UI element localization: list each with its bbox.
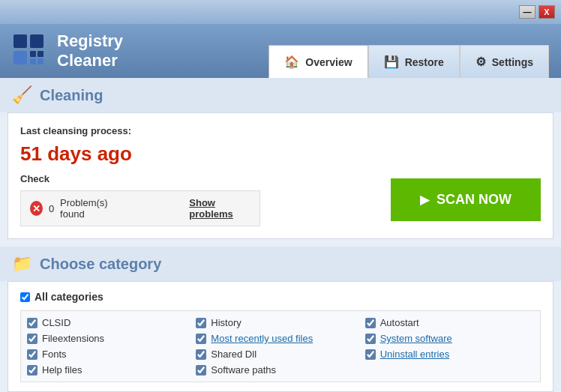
list-item: Autostart xyxy=(365,317,534,328)
restore-icon: 💾 xyxy=(384,55,399,69)
item-label-help-files: Help files xyxy=(42,364,82,376)
item-label-autostart: Autostart xyxy=(380,317,419,328)
checkbox-shared-dll[interactable] xyxy=(196,349,206,360)
cleaning-section-title: Cleaning xyxy=(40,87,103,104)
scan-button-label: SCAN NOW xyxy=(436,192,512,208)
checkbox-autostart[interactable] xyxy=(365,318,376,328)
svg-rect-3 xyxy=(30,51,36,57)
close-button[interactable]: X xyxy=(538,5,555,19)
checkbox-fonts[interactable] xyxy=(27,349,38,360)
all-categories-label: All categories xyxy=(34,291,104,303)
list-item: Fileextensions xyxy=(27,333,196,344)
item-label-history: History xyxy=(211,317,241,328)
logo-text: Registry Cleaner xyxy=(57,31,123,71)
overview-icon: 🏠 xyxy=(284,55,299,69)
show-problems-link[interactable]: Show problems xyxy=(189,197,250,220)
problems-count: 0 xyxy=(49,203,54,214)
problems-label: Problem(s) found xyxy=(60,197,123,220)
checkbox-mru-files[interactable] xyxy=(196,334,206,344)
list-item: Help files xyxy=(27,364,196,376)
problems-row: ✕ 0 Problem(s) found Show problems xyxy=(20,190,260,226)
logo-line1: Registry xyxy=(57,31,123,51)
tab-settings-label: Settings xyxy=(492,56,533,68)
category-section-title: Choose category xyxy=(40,256,161,273)
tab-restore-label: Restore xyxy=(405,56,444,68)
svg-rect-5 xyxy=(30,58,36,64)
all-categories-row: All categories xyxy=(20,291,541,303)
logo-area: Registry Cleaner xyxy=(12,31,268,71)
minimize-button[interactable]: — xyxy=(519,5,536,19)
logo-icon xyxy=(12,33,48,69)
checkbox-fileextensions[interactable] xyxy=(27,334,38,344)
window-controls: — X xyxy=(519,5,555,19)
category-section-icon: 📁 xyxy=(12,254,32,274)
all-categories-checkbox[interactable] xyxy=(20,292,30,302)
scan-now-button[interactable]: ▶ SCAN NOW xyxy=(391,178,541,221)
item-label-clsid: CLSID xyxy=(42,317,70,328)
logo-line2: Cleaner xyxy=(57,51,123,70)
checkbox-system-software[interactable] xyxy=(365,334,376,344)
svg-rect-4 xyxy=(38,51,44,57)
error-icon: ✕ xyxy=(30,201,43,216)
checkbox-clsid[interactable] xyxy=(27,318,38,328)
item-label-fonts: Fonts xyxy=(42,349,67,360)
checkbox-help-files[interactable] xyxy=(27,365,38,376)
categories-box: All categories CLSID History Autostart F… xyxy=(8,281,554,392)
checkbox-software-paths[interactable] xyxy=(196,365,206,376)
svg-rect-6 xyxy=(38,58,44,64)
check-label: Check xyxy=(20,173,391,184)
list-item: History xyxy=(196,317,364,328)
cleaning-row: Check ✕ 0 Problem(s) found Show problems… xyxy=(20,173,541,226)
settings-icon: ⚙ xyxy=(476,55,486,69)
checkbox-history[interactable] xyxy=(196,318,206,328)
item-label-system-software: System software xyxy=(380,333,452,344)
tab-settings[interactable]: ⚙ Settings xyxy=(460,45,549,78)
tab-overview[interactable]: 🏠 Overview xyxy=(268,45,368,78)
item-label-mru-files: Most recently used files xyxy=(211,333,313,344)
check-area: Check ✕ 0 Problem(s) found Show problems xyxy=(20,173,391,226)
list-item: Fonts xyxy=(27,349,196,360)
list-item: System software xyxy=(365,333,534,344)
nav-tabs: 🏠 Overview 💾 Restore ⚙ Settings xyxy=(268,24,549,78)
cleaning-content: Last cleansing process: 51 days ago Chec… xyxy=(8,112,554,239)
last-process-label: Last cleansing process: xyxy=(20,125,541,136)
cleaning-section-header: 🧹 Cleaning xyxy=(0,78,561,112)
list-item xyxy=(365,364,534,376)
item-label-shared-dll: Shared Dll xyxy=(211,349,256,360)
svg-rect-0 xyxy=(14,34,27,48)
checkbox-uninstall-entries[interactable] xyxy=(365,349,376,360)
list-item: CLSID xyxy=(27,317,196,328)
item-label-fileextensions: Fileextensions xyxy=(42,333,104,344)
main-content: 🧹 Cleaning Last cleansing process: 51 da… xyxy=(0,78,561,392)
checkbox-grid: CLSID History Autostart Fileextensions M… xyxy=(20,310,541,382)
item-label-software-paths: Software paths xyxy=(211,364,276,376)
svg-rect-2 xyxy=(14,51,27,64)
svg-rect-1 xyxy=(30,34,44,48)
category-section-header: 📁 Choose category xyxy=(0,247,561,281)
days-ago-value: 51 days ago xyxy=(20,142,541,166)
tab-restore[interactable]: 💾 Restore xyxy=(368,45,460,78)
app-header: Registry Cleaner 🏠 Overview 💾 Restore ⚙ … xyxy=(0,24,561,78)
list-item: Uninstall entries xyxy=(365,349,534,360)
title-bar: — X xyxy=(0,0,561,24)
list-item: Shared Dll xyxy=(196,349,364,360)
cleaning-section-icon: 🧹 xyxy=(12,85,32,105)
list-item: Most recently used files xyxy=(196,333,364,344)
tab-overview-label: Overview xyxy=(305,56,352,68)
play-icon: ▶ xyxy=(420,193,429,207)
item-label-uninstall-entries: Uninstall entries xyxy=(380,349,450,360)
list-item: Software paths xyxy=(196,364,364,376)
